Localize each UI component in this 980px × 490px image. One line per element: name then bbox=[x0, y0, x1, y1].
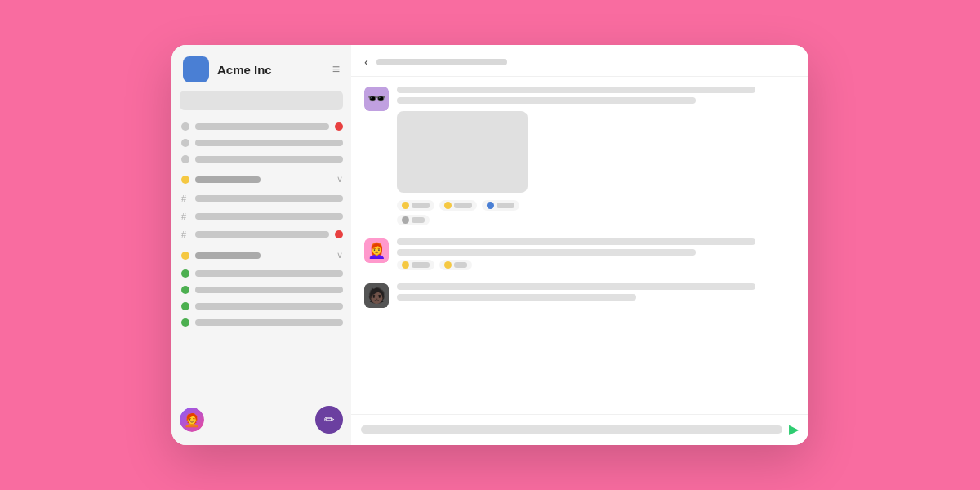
online-dot bbox=[181, 286, 189, 294]
online-dot bbox=[181, 270, 189, 278]
compose-button[interactable]: ✏ bbox=[315, 406, 343, 434]
channel-item[interactable]: # bbox=[172, 189, 351, 207]
reaction-chip[interactable] bbox=[482, 200, 519, 211]
sidebar-section-people bbox=[172, 264, 351, 332]
search-bar[interactable] bbox=[180, 91, 343, 110]
message-row: 👩‍🦰 bbox=[364, 238, 795, 270]
message-content bbox=[397, 87, 795, 225]
message-avatar: 🧑🏿 bbox=[364, 283, 389, 308]
chat-input-row: ▶ bbox=[351, 414, 808, 445]
hash-icon: # bbox=[181, 212, 189, 221]
reaction-emoji bbox=[444, 202, 452, 209]
sidebar: Acme Inc ≡ ∨ bbox=[172, 45, 351, 445]
filter-icon[interactable]: ≡ bbox=[332, 62, 340, 77]
reaction-emoji bbox=[402, 216, 409, 224]
reaction-chip[interactable] bbox=[397, 260, 434, 270]
person-item[interactable] bbox=[172, 298, 351, 314]
chat-title-bar bbox=[376, 59, 507, 65]
channel-item[interactable]: # bbox=[172, 225, 351, 243]
reaction-count bbox=[412, 217, 425, 223]
message-text-bar bbox=[397, 283, 755, 290]
message-text-bar bbox=[397, 294, 636, 301]
message-text-bar bbox=[397, 87, 755, 93]
chevron-down-icon: ∨ bbox=[336, 174, 343, 185]
reaction-chip[interactable] bbox=[439, 260, 472, 270]
main-chat-panel: ‹ 🕶️ bbox=[351, 45, 808, 445]
reaction-emoji bbox=[402, 202, 409, 209]
app-window: Acme Inc ≡ ∨ bbox=[172, 45, 808, 445]
online-dot bbox=[181, 302, 189, 310]
unread-badge bbox=[335, 230, 343, 238]
person-name-bar bbox=[195, 303, 343, 310]
person-name-bar bbox=[195, 287, 343, 293]
reaction-count bbox=[454, 262, 467, 268]
channel-name-bar bbox=[195, 231, 329, 238]
reaction-row bbox=[397, 260, 795, 270]
person-item[interactable] bbox=[172, 282, 351, 298]
message-image bbox=[397, 111, 528, 193]
item-label-bar bbox=[195, 123, 329, 130]
message-text-bar bbox=[397, 249, 696, 256]
item-label-bar bbox=[195, 156, 343, 163]
sidebar-section-dms bbox=[172, 117, 351, 169]
back-button[interactable]: ‹ bbox=[364, 55, 368, 69]
item-label-bar bbox=[195, 140, 343, 146]
reaction-count bbox=[497, 203, 514, 208]
extra-reaction-row bbox=[397, 215, 795, 225]
channel-name-bar bbox=[195, 213, 343, 220]
message-avatar: 🕶️ bbox=[364, 87, 389, 111]
sidebar-item[interactable] bbox=[172, 118, 351, 135]
chat-header: ‹ bbox=[351, 45, 808, 77]
status-dot bbox=[181, 122, 189, 131]
workspace-title: Acme Inc bbox=[217, 63, 324, 77]
unread-badge bbox=[335, 122, 343, 131]
status-dot bbox=[181, 155, 189, 163]
online-dot bbox=[181, 318, 189, 327]
sidebar-header: Acme Inc ≡ bbox=[172, 45, 351, 91]
section-title-bar bbox=[195, 252, 261, 259]
sidebar-footer: 🧑‍🦰 ✏ bbox=[172, 401, 351, 439]
person-item[interactable] bbox=[172, 265, 351, 282]
sidebar-section-channels: # # # bbox=[172, 188, 351, 245]
send-button[interactable]: ▶ bbox=[789, 421, 799, 437]
status-dot bbox=[181, 139, 189, 147]
reaction-row bbox=[397, 200, 795, 211]
channels-section-header[interactable]: ∨ bbox=[172, 169, 351, 188]
channel-item[interactable]: # bbox=[172, 207, 351, 225]
section-status-dot bbox=[181, 252, 189, 260]
sidebar-logo bbox=[183, 56, 209, 82]
message-content bbox=[397, 283, 795, 301]
dm-section-header[interactable]: ∨ bbox=[172, 245, 351, 264]
chat-messages: 🕶️ bbox=[351, 77, 808, 414]
reaction-chip[interactable] bbox=[397, 200, 434, 211]
sidebar-item[interactable] bbox=[172, 135, 351, 151]
reaction-emoji bbox=[487, 202, 494, 209]
reaction-emoji bbox=[444, 261, 452, 269]
message-row: 🕶️ bbox=[364, 87, 795, 225]
reaction-emoji bbox=[402, 261, 409, 269]
message-text-bar bbox=[397, 238, 755, 245]
section-title-bar bbox=[195, 176, 261, 183]
compose-icon: ✏ bbox=[324, 412, 335, 427]
message-content bbox=[397, 238, 795, 270]
reaction-count bbox=[412, 203, 430, 208]
reaction-count bbox=[412, 262, 430, 268]
message-input[interactable] bbox=[361, 425, 782, 434]
message-row: 🧑🏿 bbox=[364, 283, 795, 308]
channel-name-bar bbox=[195, 195, 343, 202]
hash-icon: # bbox=[181, 229, 189, 239]
person-item[interactable] bbox=[172, 314, 351, 331]
avatar-image: 🧑‍🦰 bbox=[180, 408, 204, 432]
chevron-down-icon: ∨ bbox=[336, 250, 343, 261]
message-text-bar bbox=[397, 97, 696, 104]
section-status-dot bbox=[181, 176, 189, 184]
person-name-bar bbox=[195, 270, 343, 277]
sidebar-item[interactable] bbox=[172, 151, 351, 167]
reaction-count bbox=[454, 203, 472, 208]
reaction-chip[interactable] bbox=[439, 200, 477, 211]
hash-icon: # bbox=[181, 194, 189, 203]
person-name-bar bbox=[195, 319, 343, 326]
reaction-chip[interactable] bbox=[397, 215, 430, 225]
message-avatar: 👩‍🦰 bbox=[364, 238, 389, 263]
user-avatar[interactable]: 🧑‍🦰 bbox=[180, 408, 204, 432]
